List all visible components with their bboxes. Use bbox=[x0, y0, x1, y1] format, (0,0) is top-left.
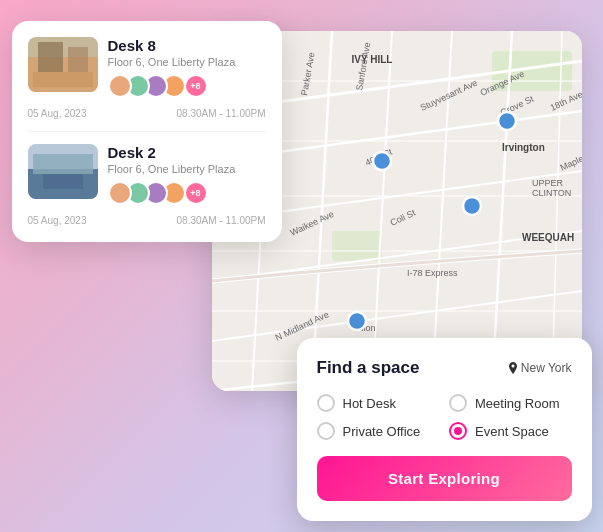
svg-rect-50 bbox=[38, 42, 63, 72]
space-options: Hot Desk Meeting Room Private Office Eve… bbox=[317, 394, 572, 440]
svg-text:CLINTON: CLINTON bbox=[532, 188, 571, 198]
option-meeting-room[interactable]: Meeting Room bbox=[449, 394, 572, 412]
find-space-panel: Find a space New York Hot Desk Meeting R… bbox=[297, 338, 592, 521]
svg-text:IVY HILL: IVY HILL bbox=[351, 54, 392, 65]
svg-rect-52 bbox=[33, 72, 93, 87]
option-hot-desk[interactable]: Hot Desk bbox=[317, 394, 440, 412]
svg-rect-3 bbox=[332, 231, 382, 261]
desk-location-1: Floor 6, One Liberty Plaza bbox=[108, 56, 266, 68]
svg-rect-56 bbox=[43, 174, 83, 189]
desk-image-2 bbox=[28, 144, 98, 199]
option-hot-desk-label: Hot Desk bbox=[343, 396, 396, 411]
desk-name-1: Desk 8 bbox=[108, 37, 266, 54]
option-event-space[interactable]: Event Space bbox=[449, 422, 572, 440]
option-event-space-label: Event Space bbox=[475, 424, 549, 439]
svg-text:I-78 Express: I-78 Express bbox=[407, 268, 458, 278]
option-private-office[interactable]: Private Office bbox=[317, 422, 440, 440]
svg-point-45 bbox=[463, 197, 481, 215]
option-meeting-room-label: Meeting Room bbox=[475, 396, 560, 411]
svg-point-43 bbox=[498, 112, 516, 130]
location-badge: New York bbox=[508, 361, 572, 375]
avatar-row-2: +8 bbox=[108, 181, 266, 205]
svg-point-42 bbox=[373, 152, 391, 170]
svg-text:UPPER: UPPER bbox=[532, 178, 564, 188]
avatar-count-1: +8 bbox=[184, 74, 208, 98]
desk-date-1: 05 Aug, 2023 bbox=[28, 108, 87, 119]
svg-rect-55 bbox=[33, 154, 93, 174]
option-private-office-label: Private Office bbox=[343, 424, 421, 439]
desk-card-2: Desk 2 Floor 6, One Liberty Plaza +8 05 … bbox=[28, 144, 266, 226]
avatar bbox=[108, 181, 132, 205]
desk-time-2: 08.30AM - 11.00PM bbox=[177, 215, 266, 226]
desk-time-1: 08.30AM - 11.00PM bbox=[177, 108, 266, 119]
radio-private-office[interactable] bbox=[317, 422, 335, 440]
radio-meeting-room[interactable] bbox=[449, 394, 467, 412]
desk-card-1: Desk 8 Floor 6, One Liberty Plaza +8 05 … bbox=[28, 37, 266, 132]
location-pin-icon bbox=[508, 362, 518, 374]
desk-date-2: 05 Aug, 2023 bbox=[28, 215, 87, 226]
avatar-count-2: +8 bbox=[184, 181, 208, 205]
desk-location-2: Floor 6, One Liberty Plaza bbox=[108, 163, 266, 175]
desk-image-1 bbox=[28, 37, 98, 92]
avatar bbox=[108, 74, 132, 98]
svg-point-47 bbox=[348, 312, 366, 330]
radio-inner-selected bbox=[454, 427, 462, 435]
location-text: New York bbox=[521, 361, 572, 375]
svg-text:WEEQUAH: WEEQUAH bbox=[522, 232, 574, 243]
svg-text:Irvington: Irvington bbox=[502, 142, 545, 153]
radio-hot-desk[interactable] bbox=[317, 394, 335, 412]
avatar-row-1: +8 bbox=[108, 74, 266, 98]
start-exploring-button[interactable]: Start Exploring bbox=[317, 456, 572, 501]
desk-name-2: Desk 2 bbox=[108, 144, 266, 161]
radio-event-space[interactable] bbox=[449, 422, 467, 440]
svg-rect-51 bbox=[68, 47, 88, 72]
find-space-title: Find a space bbox=[317, 358, 420, 378]
card-panel: Desk 8 Floor 6, One Liberty Plaza +8 05 … bbox=[12, 21, 282, 242]
